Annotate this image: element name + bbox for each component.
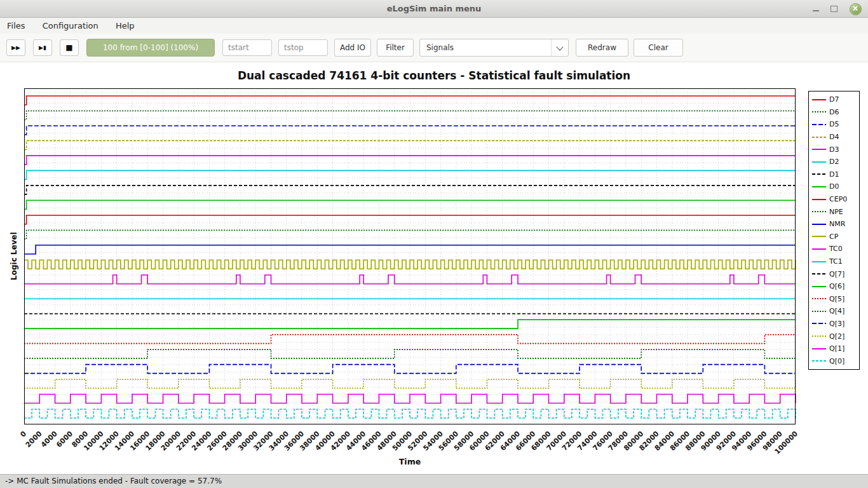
maximize-button[interactable] [827, 0, 840, 18]
legend-item: D5 [809, 118, 859, 131]
menu-item-files[interactable]: Files [0, 18, 32, 34]
legend-item: Q[1] [809, 342, 859, 355]
legend-line-sample [811, 333, 827, 339]
x-tick-label: 6000 [55, 430, 74, 449]
legend-item: D4 [809, 131, 859, 144]
legend-label: NMR [829, 220, 845, 228]
legend-item: Q[2] [809, 330, 859, 342]
wave-D7 [24, 96, 796, 105]
legend-label: Q[6] [829, 282, 844, 290]
legend-line-sample [811, 184, 827, 190]
wave-NPE [24, 230, 796, 239]
stop-button[interactable]: ■ [60, 39, 79, 56]
legend-label: Q[1] [829, 344, 844, 353]
x-tick-label: 2000 [24, 430, 44, 449]
chevron-down-icon [556, 43, 563, 50]
chart-title: Dual cascaded 74161 4-bit counters - Sta… [0, 69, 868, 82]
legend-item: TC0 [809, 243, 859, 255]
clear-button[interactable]: Clear [634, 39, 683, 57]
menubar: Files Configuration Help [0, 18, 868, 34]
add-io-button[interactable]: Add IO [334, 39, 371, 57]
legend-item: D0 [809, 180, 859, 193]
legend-item: Q[3] [809, 318, 859, 330]
status-text: -> MC Fault Simulations ended - Fault co… [5, 477, 222, 485]
chevron-zone [551, 39, 568, 56]
legend-item: Q[7] [809, 268, 859, 280]
y-axis-label: Logic Level [10, 224, 18, 288]
run-button[interactable]: ▶▶ [6, 39, 25, 56]
legend-label: CEP0 [829, 195, 847, 203]
step-button[interactable]: ▶▮ [33, 39, 52, 56]
legend-line-sample [811, 320, 827, 327]
legend-label: D2 [829, 158, 839, 166]
legend-label: NPE [829, 208, 843, 216]
window-title: eLogSim main menu [0, 0, 868, 17]
legend-label: D5 [829, 120, 839, 128]
titlebar: eLogSim main menu × [0, 0, 868, 18]
tstart-input[interactable] [222, 39, 272, 56]
legend-label: Q[0] [829, 357, 844, 365]
legend-line-sample [811, 233, 827, 240]
tstop-input[interactable] [278, 39, 328, 56]
status-bar: -> MC Fault Simulations ended - Fault co… [0, 474, 868, 488]
step-icon: ▶▮ [39, 44, 46, 51]
signals-select-value: Signals [420, 43, 551, 52]
legend-item: D2 [809, 156, 859, 168]
legend-item: NPE [809, 205, 859, 218]
waveform-plot: 0200040006000800010000120001400016000180… [24, 88, 797, 475]
wave-D6 [24, 111, 796, 120]
menu-item-configuration[interactable]: Configuration [36, 18, 105, 34]
legend-line-sample [811, 134, 827, 140]
legend-line-sample [811, 346, 827, 352]
legend-line-sample [811, 121, 827, 128]
wave-Q[4] [24, 349, 796, 358]
wave-CP [24, 260, 796, 269]
legend-item: CEP0 [809, 193, 859, 206]
legend-line-sample [811, 295, 827, 302]
legend-item: CP [809, 231, 859, 243]
legend-label: Q[5] [829, 295, 844, 303]
legend-item: D6 [809, 106, 859, 119]
x-tick-label: 4000 [39, 430, 59, 449]
legend-item: Q[0] [809, 355, 859, 367]
menu-item-help[interactable]: Help [109, 18, 142, 34]
stop-icon: ■ [65, 43, 72, 52]
legend-item: Q[4] [809, 305, 859, 318]
redraw-button[interactable]: Redraw [576, 39, 628, 57]
legend-item: D3 [809, 143, 859, 156]
signals-select[interactable]: Signals [419, 39, 569, 57]
minimize-icon [813, 10, 819, 11]
x-axis-label: Time [24, 457, 796, 466]
legend-line-sample [811, 283, 827, 290]
legend-label: Q[3] [829, 320, 844, 328]
legend-label: TC0 [829, 245, 843, 253]
figure-area: Dual cascaded 74161 4-bit counters - Sta… [0, 62, 868, 474]
legend-line-sample [811, 271, 827, 277]
legend-line-sample [811, 308, 827, 315]
legend-line-sample [811, 196, 827, 203]
legend-item: Q[5] [809, 293, 859, 306]
legend-label: Q[7] [829, 270, 844, 278]
legend-item: NMR [809, 218, 859, 231]
wave-Q[1] [24, 395, 796, 403]
legend-label: D0 [829, 182, 839, 191]
fast-forward-icon: ▶▶ [11, 44, 20, 51]
close-icon: × [850, 3, 862, 15]
x-tick-label: 0 [19, 430, 29, 439]
filter-button[interactable]: Filter [377, 39, 414, 57]
legend-line-sample [811, 221, 827, 227]
legend-item: D7 [809, 93, 859, 106]
wave-CEP0 [24, 215, 796, 224]
legend: D7D6D5D4D3D2D1D0CEP0NPENMRCPTC0TC1Q[7]Q[… [808, 91, 860, 370]
legend-label: D1 [829, 170, 839, 179]
legend-label: TC1 [829, 257, 843, 266]
legend-label: Q[4] [829, 307, 844, 315]
legend-line-sample [811, 246, 827, 252]
wave-Q[0] [24, 409, 796, 418]
legend-line-sample [811, 208, 827, 215]
close-button[interactable]: × [849, 0, 862, 18]
app-window: eLogSim main menu × Files Configuration … [0, 0, 868, 488]
minimize-button[interactable] [810, 0, 822, 18]
simulation-progress-button[interactable]: 100 from [0-100] (100%) [86, 39, 215, 57]
toolbar: ▶▶ ▶▮ ■ 100 from [0-100] (100%) Add IO F… [0, 34, 868, 62]
